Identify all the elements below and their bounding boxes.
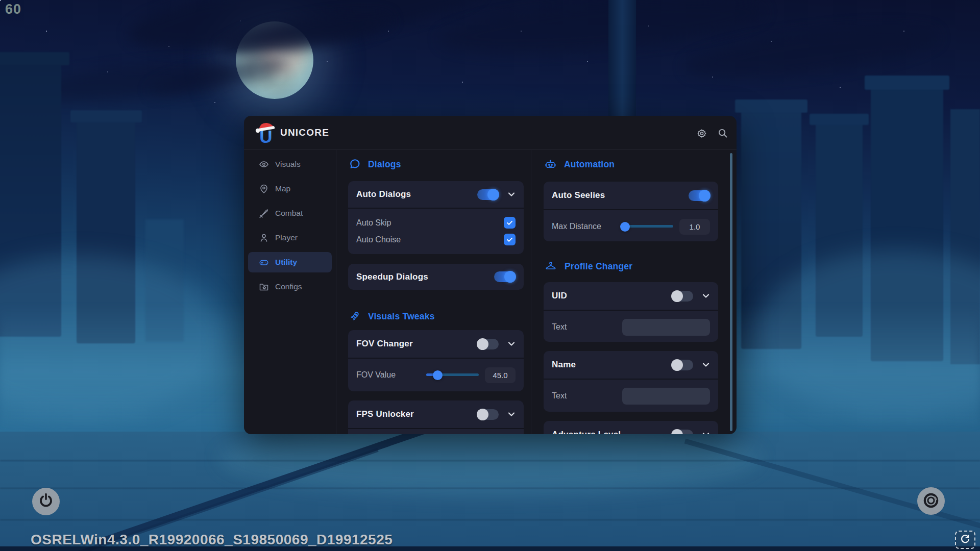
auto-skip-checkbox[interactable]	[504, 217, 516, 229]
adventure-level-toggle[interactable]	[672, 430, 693, 435]
card-speedup-dialogs: Speedup Dialogs	[348, 264, 524, 290]
auto-dialogs-row[interactable]: Auto Dialogs	[348, 181, 524, 208]
section-visuals-tweaks: Visuals Tweaks	[349, 311, 435, 322]
sidebar-item-label: Configs	[275, 282, 302, 291]
search-icon[interactable]	[716, 127, 729, 140]
adventure-level-row[interactable]: Adventure Level	[544, 421, 718, 434]
uid-toggle[interactable]	[672, 291, 693, 302]
ruin-pillar	[608, 0, 636, 123]
fov-changer-toggle[interactable]	[477, 339, 499, 349]
card-auto-seelies: Auto Seelies Max Distance 1.0	[544, 182, 718, 241]
content-scrollbar[interactable]	[730, 153, 732, 431]
hanger-icon	[545, 260, 557, 272]
card-fps-unlocker: FPS Unlocker	[348, 400, 524, 434]
uid-text-input[interactable]	[622, 319, 710, 336]
name-label: Name	[552, 360, 663, 370]
sidebar-item-visuals[interactable]: Visuals	[248, 154, 332, 174]
fps-unlocker-toggle[interactable]	[477, 409, 499, 420]
max-distance-slider[interactable]	[621, 221, 673, 232]
lens-button[interactable]	[917, 487, 945, 515]
uid-text-label: Text	[552, 322, 616, 332]
card-auto-dialogs: Auto Dialogs Auto Skip Auto Choise	[348, 181, 524, 254]
uid-label: UID	[552, 291, 663, 301]
sidebar-item-map[interactable]: Map	[248, 179, 332, 199]
name-text-label: Text	[552, 391, 616, 400]
walkway-slab-line	[0, 488, 980, 489]
sidebar-item-configs[interactable]: Configs	[248, 277, 332, 297]
chevron-down-icon[interactable]	[702, 431, 710, 434]
auto-seelies-row[interactable]: Auto Seelies	[544, 182, 718, 209]
unicore-santa-logo: U	[254, 121, 277, 147]
refresh-icon	[960, 534, 971, 546]
max-distance-value-box[interactable]: 1.0	[679, 219, 710, 235]
name-row[interactable]: Name	[544, 351, 718, 379]
column-divider	[531, 149, 531, 434]
sidebar-item-player[interactable]: Player	[248, 228, 332, 248]
section-title: Automation	[564, 159, 615, 170]
max-distance-row: Max Distance 1.0	[544, 209, 718, 241]
auto-choise-row[interactable]: Auto Choise	[348, 231, 524, 248]
fps-unlocker-label: FPS Unlocker	[356, 409, 469, 419]
auto-skip-label: Auto Skip	[356, 218, 498, 228]
settings-gear-icon[interactable]	[695, 127, 708, 140]
slider-knob[interactable]	[620, 222, 630, 232]
lens-icon	[922, 491, 940, 511]
section-title: Profile Changer	[565, 261, 632, 272]
fps-counter: 60	[5, 2, 21, 17]
chevron-down-icon[interactable]	[507, 190, 516, 198]
name-text-row: Text	[544, 379, 718, 412]
sidebar-item-label: Combat	[275, 209, 303, 218]
power-button[interactable]	[32, 488, 60, 515]
auto-dialogs-options: Auto Skip Auto Choise	[348, 208, 524, 254]
ruin-cap	[865, 76, 949, 90]
power-icon	[37, 492, 55, 511]
build-version: OSRELWin4.3.0_R19920066_S19850069_D19912…	[31, 532, 393, 548]
chevron-down-icon[interactable]	[507, 340, 516, 348]
unicore-window: U UNICORE	[244, 116, 737, 434]
gamepad-icon	[259, 257, 269, 267]
sidebar-item-combat[interactable]: Combat	[248, 203, 332, 223]
speedup-dialogs-toggle[interactable]	[494, 271, 516, 282]
section-title: Dialogs	[368, 159, 401, 170]
card-uid: UID Text	[544, 282, 718, 342]
auto-choise-checkbox[interactable]	[504, 234, 516, 245]
auto-dialogs-label: Auto Dialogs	[356, 189, 469, 199]
fps-unlocker-row[interactable]: FPS Unlocker	[348, 400, 524, 428]
ruin-cap	[0, 52, 69, 65]
card-adventure-level: Adventure Level	[544, 421, 718, 434]
speedup-dialogs-row[interactable]: Speedup Dialogs	[348, 264, 524, 290]
section-automation: Automation	[545, 159, 615, 170]
auto-skip-row[interactable]: Auto Skip	[348, 214, 524, 231]
ruin-cap	[735, 99, 807, 113]
eye-icon	[259, 159, 269, 169]
uid-row[interactable]: UID	[544, 282, 718, 310]
name-toggle[interactable]	[672, 360, 693, 370]
chevron-down-icon[interactable]	[507, 410, 516, 418]
auto-seelies-toggle[interactable]	[689, 190, 710, 201]
chevron-down-icon[interactable]	[702, 361, 710, 369]
refresh-button[interactable]	[955, 531, 975, 549]
ruin-cap	[70, 110, 142, 122]
auto-seelies-label: Auto Seelies	[552, 190, 680, 201]
sidebar-item-label: Map	[275, 184, 290, 193]
walkway-slab-line	[0, 460, 980, 461]
adventure-level-label: Adventure Level	[552, 430, 663, 434]
speedup-dialogs-label: Speedup Dialogs	[356, 272, 485, 282]
sidebar-item-label: Player	[275, 233, 298, 242]
section-profile-changer: Profile Changer	[545, 260, 632, 272]
auto-dialogs-toggle[interactable]	[477, 189, 499, 200]
chevron-down-icon[interactable]	[702, 292, 710, 300]
folder-gear-icon	[259, 282, 269, 292]
fov-value-box[interactable]: 45.0	[485, 367, 516, 383]
section-dialogs: Dialogs	[349, 159, 401, 170]
fps-unlocker-sub	[348, 428, 524, 434]
fov-value-slider[interactable]	[426, 370, 479, 380]
name-text-input[interactable]	[622, 388, 710, 405]
fov-changer-row[interactable]: FOV Changer	[348, 330, 524, 358]
robot-icon	[545, 159, 556, 170]
slider-knob[interactable]	[433, 370, 443, 380]
card-name: Name Text	[544, 351, 718, 412]
sidebar-item-utility[interactable]: Utility	[248, 252, 332, 272]
fov-value-label: FOV Value	[356, 370, 420, 380]
fov-value-row: FOV Value 45.0	[348, 358, 524, 391]
